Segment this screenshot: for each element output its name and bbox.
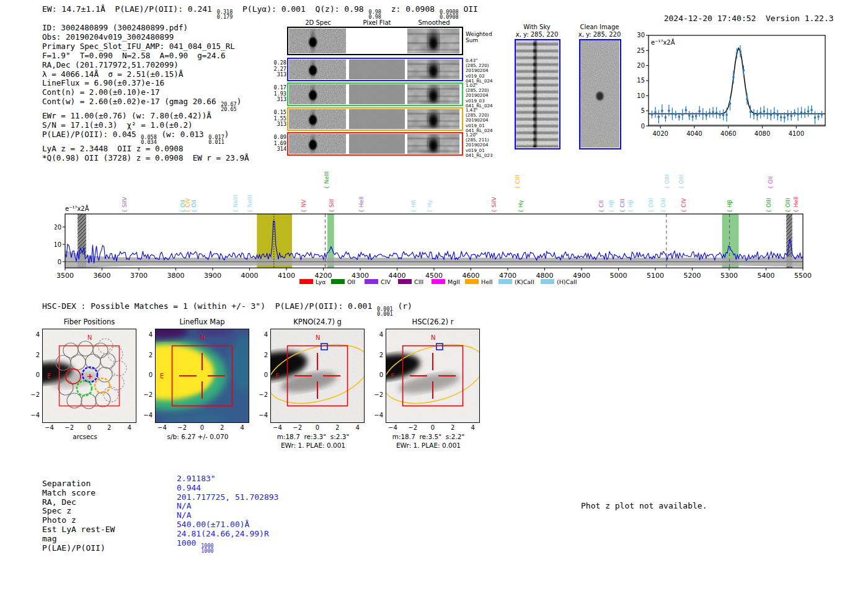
cutout-y-tick: −2 xyxy=(139,391,153,398)
spectrum-line xyxy=(65,221,812,264)
spectrum-x-tick: 4100 xyxy=(278,272,295,280)
cutout-x-tick: −2 xyxy=(405,424,420,431)
line-marker-label: { SiII xyxy=(329,199,335,213)
kpno-g-image: N E xyxy=(270,329,365,423)
spec2d-row-right-label: 1.02"(285, 220)20190204v019_03041_RL_024 xyxy=(466,83,503,109)
cutout-x-tick: 0 xyxy=(82,424,97,431)
fiber-positions-svg: N E xyxy=(42,329,136,423)
cutout-y-tick: 4 xyxy=(26,331,40,338)
sky-panel-frame xyxy=(579,39,621,149)
legend-swatch xyxy=(331,279,345,284)
info-line: S/N = 17.1(±0.3) χ² = 1.0(±0.2) xyxy=(42,121,303,130)
info-line: P(LAE)/P(OII): 0.045 0.0580.034 (w: 0.01… xyxy=(42,130,303,144)
cutout-y-tick: 4 xyxy=(254,331,268,338)
cutout-x-tick: 0 xyxy=(310,424,325,431)
legend-label: Lyα xyxy=(316,278,326,285)
fit-y-tick: 25 xyxy=(637,47,645,54)
fit-x-tick: 4040 xyxy=(686,130,702,137)
cutout-x-tick: −4 xyxy=(385,424,400,431)
cutout-y-tick: 2 xyxy=(139,352,153,358)
line-marker-label: { OIII xyxy=(766,198,772,213)
fit-y-tick: 20 xyxy=(637,62,645,69)
line-marker-label: { OIII xyxy=(785,198,791,213)
spectrum-x-tick: 4000 xyxy=(241,272,259,280)
flat-image xyxy=(349,84,405,104)
match-table-value: 1000 10001000 xyxy=(177,539,278,553)
spec-image xyxy=(289,84,346,104)
match-table-value: 2.91183" xyxy=(177,474,278,484)
spec2d-row-right-label: 0.43"(285, 220)20190204v019_02041_RL_024 xyxy=(466,58,503,84)
info-line: EWr = 11.00(±0.76) (w: 7.80(±0.42))Å xyxy=(42,112,303,121)
spectrum-x-tick: 3500 xyxy=(56,272,74,280)
spec-image xyxy=(289,134,346,154)
cutout-y-tick: −4 xyxy=(139,412,153,419)
match-table-value: 0.944 xyxy=(177,484,278,493)
spectrum-x-tick: 5000 xyxy=(610,272,627,280)
info-line: Primary Spec_Slot_IFU_AMP: 041_084_015_R… xyxy=(42,42,303,51)
cutout-x-tick: 4 xyxy=(466,424,480,431)
elixer-report-page: { "page": {"timestamp": "2024-12-20 17:4… xyxy=(0,0,868,591)
withsky-image xyxy=(516,40,559,148)
match-table-label: Spec z xyxy=(42,507,115,516)
white-image xyxy=(349,29,405,53)
spec-image xyxy=(289,60,346,79)
north-label: N xyxy=(316,334,320,341)
line-marker-label: { NV xyxy=(301,199,307,213)
spec2d-panel: 2D SpecPixel FlatSmoothed WeightedSum0.2… xyxy=(273,16,515,162)
spec2d-row xyxy=(287,82,463,106)
detection-info-block: ID: 3002480899 (3002480899.pdf)Obs: 2019… xyxy=(42,24,303,163)
cutout-y-tick: −4 xyxy=(370,412,383,419)
spectrum-x-tick: 5500 xyxy=(794,272,812,280)
spectrum-x-tick: 3700 xyxy=(130,272,148,280)
sky-panel-title: Clean Image xyxy=(569,24,631,30)
fit-y-tick: 30 xyxy=(637,32,645,38)
spec2d-row-right-label: 1.20"(285, 211)20190204v019_01041_RL_023 xyxy=(466,133,503,158)
line-marker-label: { HeII xyxy=(793,197,799,213)
line-marker-label: { NeIII xyxy=(232,195,239,213)
legend-label: OII xyxy=(347,278,355,285)
match-table-labels: SeparationMatch scoreRA, DecSpec zPhoto … xyxy=(42,479,115,553)
legend-swatch xyxy=(398,279,412,284)
legend-swatch xyxy=(432,279,445,284)
spectrum-unit-label: e⁻¹⁷x2Å xyxy=(65,205,89,212)
east-label: E xyxy=(47,373,51,380)
spectrum-x-tick: 3600 xyxy=(94,272,111,280)
spectrum-x-tick: 4500 xyxy=(425,272,443,280)
sky-image-panels: With Skyx, y: 285, 220 Clean Imagex, y: … xyxy=(508,20,632,153)
cutout-caption: s/b: 6.27 +/- 0.070 xyxy=(140,433,255,440)
line-marker-label: { OIII xyxy=(678,174,684,189)
hsc-r-svg: N E xyxy=(386,329,480,423)
line-fit-plot: e⁻¹⁷x2Å40204040406040804100051015202530 xyxy=(632,30,831,141)
cutout-y-tick: −4 xyxy=(26,412,40,419)
cutout-caption: arcsecs xyxy=(27,433,143,440)
cutout-title: HSC(26.2) r xyxy=(386,318,480,326)
match-table-label: RA, Dec xyxy=(42,498,115,507)
sky-panel-subtitle: x, y: 285, 220 xyxy=(569,31,631,38)
full-spectrum-svg: e⁻¹⁷x2Å350036003700380039004000410042004… xyxy=(55,160,812,290)
legend-swatch xyxy=(498,279,512,284)
north-label: N xyxy=(200,334,205,341)
legend-label: CIV xyxy=(381,278,391,285)
fit-x-tick: 4080 xyxy=(755,130,770,137)
line-marker-label: { OII xyxy=(768,176,774,189)
cutout-x-tick: 2 xyxy=(215,424,229,431)
line-marker-label: { SiIV xyxy=(122,197,128,213)
flat-image xyxy=(349,134,405,154)
line-marker-label: { CIV xyxy=(681,197,687,213)
spectrum-x-tick: 4400 xyxy=(389,272,406,280)
east-label: E xyxy=(391,373,394,380)
fit-y-tick: 10 xyxy=(637,92,645,99)
line-marker-label: { CIV xyxy=(185,197,191,213)
cutout-y-tick: 4 xyxy=(370,331,383,338)
line-marker-label: { Hβ xyxy=(608,200,614,213)
line-marker-label: { CII xyxy=(598,200,604,213)
legend-label: MgII xyxy=(448,278,460,285)
match-table-values: 2.91183"0.944201.717725, 51.702893N/AN/A… xyxy=(177,474,278,553)
spec2d-row xyxy=(287,58,463,81)
cutout-y-tick: 4 xyxy=(139,331,153,338)
fit-y-tick: 15 xyxy=(637,77,645,84)
smooth-image xyxy=(407,134,459,154)
cutout-y-tick: −2 xyxy=(26,391,40,398)
cutout-y-tick: 0 xyxy=(26,371,40,378)
line-marker-label: { OII xyxy=(191,200,197,213)
